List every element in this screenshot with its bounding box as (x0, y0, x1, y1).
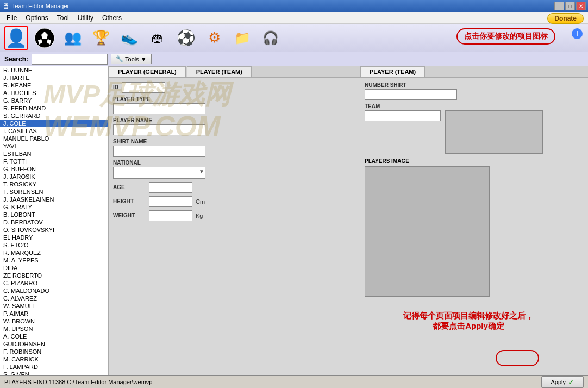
right-panel: PLAYER (TEAM) NUMBER SHIRT TEAM PLAYERS … (360, 66, 588, 375)
player-list-item[interactable]: EL HADRY (0, 234, 108, 241)
search-input[interactable] (32, 54, 108, 65)
player-list-item[interactable]: O. SHOVKOVSKYI (0, 226, 108, 234)
apply-label: Apply (551, 379, 566, 385)
player-list-item[interactable]: R. KEANE (0, 82, 108, 89)
tools-button[interactable]: 🔧 Tools ▼ (111, 54, 152, 64)
team-image (445, 110, 543, 154)
player-list-item[interactable]: GUDJOHNSEN (0, 340, 108, 348)
player-type-label: PLAYER TYPE (113, 96, 355, 102)
bottom-annotation: 记得每个页面项目编辑修改好之后， 都要点击Apply确定 (403, 311, 534, 331)
player-list-item[interactable]: R. FERDINAND (0, 104, 108, 112)
player-list-item[interactable]: C. ALVAREZ (0, 295, 108, 302)
player-list-item[interactable]: J. JAROSIK (0, 173, 108, 180)
number-shirt-input[interactable] (365, 89, 457, 100)
app-icon: 🖥 (2, 2, 10, 10)
player-list: R. DUNNEJ. HARTER. KEANEA. HUGHESG. BARR… (0, 66, 109, 375)
toolbar-stadium-icon[interactable]: 🏟 (146, 26, 170, 50)
weight-label: WEIGHT (113, 212, 146, 218)
player-list-item[interactable]: A. HUGHES (0, 89, 108, 97)
player-image-section: PLAYERS IMAGE (365, 158, 584, 297)
menu-others[interactable]: Others (98, 13, 126, 23)
player-name-input[interactable] (113, 124, 205, 135)
tabs-row: PLAYER (GENERAL) PLAYER (TEAM) (109, 66, 360, 78)
tab-right-general[interactable]: PLAYER (TEAM) (360, 66, 425, 77)
toolbar-boot-icon[interactable]: 👟 (117, 26, 141, 50)
menu-utility[interactable]: Utility (73, 13, 98, 23)
apply-button[interactable]: Apply ✓ (541, 376, 584, 388)
title-bar-controls: — □ ✕ (554, 2, 586, 10)
id-field-group: ID (113, 82, 355, 93)
toolbar-settings-icon[interactable]: ⚙ (202, 26, 226, 50)
toolbar-ball-icon[interactable]: ⚽ (174, 26, 198, 50)
height-input[interactable] (149, 196, 192, 207)
menu-tool[interactable]: Tool (53, 13, 73, 23)
player-type-input[interactable] (113, 103, 205, 114)
player-list-item[interactable]: G. KIRALY (0, 203, 108, 211)
shirt-name-group: SHIRT NAME (113, 139, 355, 157)
shirt-name-label: SHIRT NAME (113, 139, 355, 145)
toolbar-trophy-icon[interactable]: 🏆 (89, 26, 113, 50)
age-label: AGE (113, 184, 146, 190)
close-button[interactable]: ✕ (576, 2, 586, 10)
player-list-item[interactable]: DIDA (0, 264, 108, 272)
player-list-item[interactable]: M. CARRICK (0, 355, 108, 363)
tab-player-general[interactable]: PLAYER (GENERAL) (109, 66, 186, 77)
player-list-item[interactable]: S. ETO'O (0, 241, 108, 249)
player-list-item[interactable]: J. COLE (0, 120, 108, 127)
toolbar-folder-icon[interactable]: 📁 (230, 26, 254, 50)
player-list-item[interactable]: S. GERRARD (0, 112, 108, 120)
player-list-item[interactable]: J. JÄÄSKELÄINEN (0, 196, 108, 203)
player-list-item[interactable]: D. BERBATOV (0, 218, 108, 226)
player-list-item[interactable]: F. ROBINSON (0, 348, 108, 355)
toolbar-headphone-icon[interactable]: 🎧 (259, 26, 283, 50)
menu-options[interactable]: Options (21, 13, 52, 23)
player-list-item[interactable]: M. A. YEPES (0, 256, 108, 264)
player-list-item[interactable]: A. COLE (0, 333, 108, 340)
toolbar-player-icon[interactable]: 👤 (4, 26, 28, 50)
window-title: Team Editor Manager (12, 3, 69, 9)
weight-input[interactable] (149, 210, 192, 221)
donate-button[interactable]: Donate (547, 13, 584, 24)
player-list-item[interactable]: ESTEBAN (0, 150, 108, 158)
minimize-button[interactable]: — (554, 2, 564, 10)
menu-file[interactable]: File (2, 13, 21, 23)
player-list-item[interactable]: F. TOTTI (0, 158, 108, 165)
toolbar-team-icon[interactable] (33, 26, 57, 50)
id-input[interactable] (122, 82, 165, 93)
tab-player-team[interactable]: PLAYER (TEAM) (187, 66, 252, 77)
player-list-item[interactable]: I. CASILLAS (0, 127, 108, 135)
annotation-line1: 记得每个页面项目编辑修改好之后， (403, 311, 534, 321)
national-select[interactable] (113, 167, 205, 179)
age-input[interactable] (149, 182, 192, 193)
player-list-item[interactable]: M. UPSON (0, 325, 108, 333)
age-field-group: AGE (113, 182, 355, 193)
player-list-item[interactable]: R. DUNNE (0, 66, 108, 74)
team-input[interactable] (365, 110, 441, 121)
player-list-item[interactable]: ZE ROBERTO (0, 272, 108, 279)
player-list-item[interactable]: F. LAMPARD (0, 363, 108, 371)
player-list-item[interactable]: T. ROSICKY (0, 180, 108, 188)
player-list-item[interactable]: G. BUFFON (0, 165, 108, 173)
player-list-item[interactable]: P. AIMAR (0, 310, 108, 317)
player-list-item[interactable]: G. BARRY (0, 97, 108, 104)
national-group: NATIONAL ▼ (113, 160, 355, 179)
player-list-item[interactable]: J. HARTE (0, 74, 108, 82)
player-list-item[interactable]: C. PIZARRO (0, 279, 108, 287)
height-unit: Cm (196, 198, 205, 205)
toolbar-scout-icon[interactable]: 👥 (61, 26, 85, 50)
player-list-item[interactable]: B. LOBONT (0, 211, 108, 218)
info-button[interactable]: i (572, 28, 583, 39)
shirt-name-input[interactable] (113, 146, 205, 157)
player-list-item[interactable]: MANUEL PABLO (0, 135, 108, 142)
player-list-item[interactable]: C. MALDONADO (0, 287, 108, 295)
player-list-item[interactable]: W. SAMUEL (0, 302, 108, 310)
weight-field-group: WEIGHT Kg (113, 210, 355, 221)
player-list-item[interactable]: T. SORENSEN (0, 188, 108, 196)
player-list-item[interactable]: YAVI (0, 142, 108, 150)
player-list-item[interactable]: W. BROWN (0, 317, 108, 325)
player-list-item[interactable]: S. GIVEN (0, 371, 108, 375)
title-bar: 🖥 Team Editor Manager — □ ✕ (0, 0, 588, 12)
maximize-button[interactable]: □ (565, 2, 575, 10)
player-image-box (365, 166, 490, 297)
player-list-item[interactable]: R. MARQUEZ (0, 249, 108, 256)
